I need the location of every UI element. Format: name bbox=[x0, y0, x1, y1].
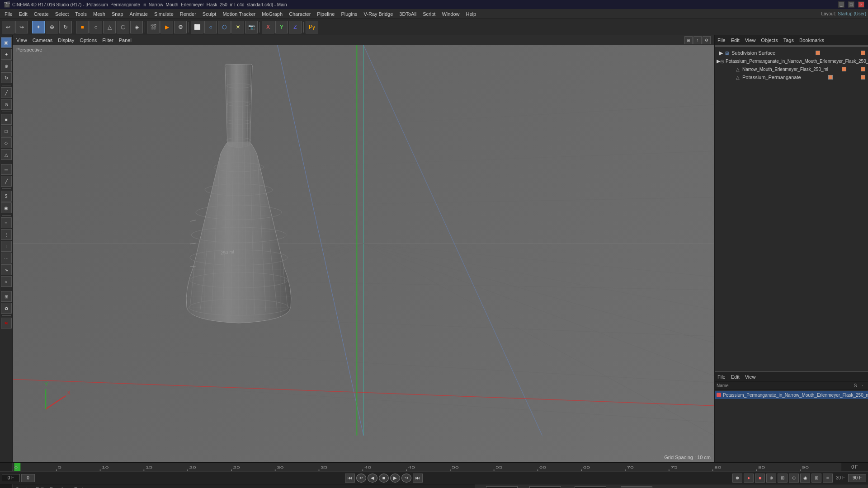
sidebar-tool-move[interactable]: ✦ bbox=[1, 49, 12, 60]
menu-animate[interactable]: Animate bbox=[127, 10, 151, 18]
render-settings-button[interactable]: ⚙ bbox=[174, 21, 187, 33]
viewport-menu-view[interactable]: View bbox=[16, 38, 27, 43]
menu-motion-tracker[interactable]: Motion Tracker bbox=[220, 10, 258, 18]
sidebar-tool-4[interactable]: □ bbox=[1, 126, 12, 136]
edge-mode-button[interactable]: ⬡ bbox=[117, 21, 129, 33]
model-mode-button[interactable]: ■ bbox=[76, 21, 89, 33]
omb-menu-edit[interactable]: Edit bbox=[731, 374, 740, 380]
sidebar-tool-3[interactable]: ■ bbox=[1, 114, 12, 125]
viewport-settings-btn[interactable]: ⚙ bbox=[703, 36, 711, 44]
timeline-icon5[interactable]: ⊞ bbox=[811, 474, 821, 483]
end-frame-input[interactable] bbox=[848, 474, 866, 482]
auto-key-btn[interactable]: ● bbox=[744, 474, 754, 483]
timeline-icon3[interactable]: ⊙ bbox=[789, 474, 799, 483]
move-tool-button[interactable]: ✦ bbox=[32, 21, 45, 33]
mat-menu-texture[interactable]: Texture bbox=[74, 487, 90, 488]
redo-button[interactable]: ↪ bbox=[15, 21, 28, 33]
play-btn[interactable]: ▶ bbox=[390, 474, 400, 483]
mat-menu-function[interactable]: Function bbox=[50, 487, 69, 488]
mat-menu-edit[interactable]: Edit bbox=[36, 487, 44, 488]
close-button[interactable]: × bbox=[858, 1, 864, 8]
menu-snap[interactable]: Snap bbox=[109, 10, 126, 18]
menu-3dtoall[interactable]: 3DToAll bbox=[396, 10, 419, 18]
sidebar-tool-17[interactable]: ⊞ bbox=[1, 291, 12, 302]
point-mode-button[interactable]: △ bbox=[103, 21, 116, 33]
new-sphere-button[interactable]: ○ bbox=[204, 21, 217, 33]
menu-window[interactable]: Window bbox=[439, 10, 462, 18]
next-frame-btn[interactable]: ↪ bbox=[401, 474, 411, 483]
menu-mesh[interactable]: Mesh bbox=[90, 10, 108, 18]
sidebar-tool-rotate[interactable]: ↻ bbox=[1, 72, 12, 83]
new-light-button[interactable]: ☀ bbox=[231, 21, 244, 33]
menu-render[interactable]: Render bbox=[177, 10, 199, 18]
menu-create[interactable]: Create bbox=[31, 10, 52, 18]
sidebar-tool-8[interactable]: ╱ bbox=[1, 176, 12, 187]
stop-btn[interactable]: ■ bbox=[379, 474, 389, 483]
sidebar-tool-11[interactable]: ≡ bbox=[1, 217, 12, 228]
polygon-mode-button[interactable]: ◈ bbox=[130, 21, 143, 33]
object-mode-button[interactable]: ○ bbox=[90, 21, 102, 33]
timeline-icon1[interactable]: ⊕ bbox=[766, 474, 776, 483]
viewport-maximize-btn[interactable]: ↑ bbox=[693, 36, 702, 44]
tree-arrow-potassium[interactable]: ▶ bbox=[717, 58, 720, 64]
timeline-icon6[interactable]: ≡ bbox=[823, 474, 833, 483]
omb-menu-view[interactable]: View bbox=[745, 374, 756, 380]
menu-select[interactable]: Select bbox=[52, 10, 72, 18]
sidebar-tool-5[interactable]: ◇ bbox=[1, 137, 12, 148]
menu-plugins[interactable]: Plugins bbox=[338, 10, 360, 18]
scale-tool-button[interactable]: ⊕ bbox=[46, 21, 58, 33]
play-reverse-btn[interactable]: ◀ bbox=[368, 474, 377, 483]
axis-y-button[interactable]: Y bbox=[275, 21, 288, 33]
min-frame-input[interactable] bbox=[21, 474, 35, 482]
render-button[interactable]: ▶ bbox=[160, 21, 173, 33]
menu-pipeline[interactable]: Pipeline bbox=[314, 10, 337, 18]
viewport-menu-display[interactable]: Display bbox=[58, 38, 74, 43]
om-menu-tags[interactable]: Tags bbox=[783, 38, 794, 43]
om-menu-bookmarks[interactable]: Bookmarks bbox=[799, 38, 824, 43]
menu-edit[interactable]: Edit bbox=[16, 10, 30, 18]
sidebar-tool-9[interactable]: $ bbox=[1, 191, 12, 202]
viewport-canvas[interactable]: X Y bbox=[13, 45, 714, 462]
viewport-menu-options[interactable]: Options bbox=[80, 38, 97, 43]
sidebar-tool-scale[interactable]: ⊕ bbox=[1, 61, 12, 71]
maximize-button[interactable]: □ bbox=[848, 1, 854, 8]
sidebar-tool-15[interactable]: ∿ bbox=[1, 264, 12, 275]
tree-item-potassium-group[interactable]: ▶ ◎ Potassium_Permanganate_in_Narrow_Mou… bbox=[715, 57, 868, 65]
viewport-menu-cameras[interactable]: Cameras bbox=[33, 38, 53, 43]
menu-script[interactable]: Script bbox=[420, 10, 438, 18]
render-view-button[interactable]: 🎬 bbox=[147, 21, 160, 33]
menu-help[interactable]: Help bbox=[463, 10, 479, 18]
sidebar-tool-18[interactable]: ✿ bbox=[1, 303, 12, 314]
prev-frame-btn[interactable]: ↩ bbox=[356, 474, 366, 483]
rotate-tool-button[interactable]: ↻ bbox=[59, 21, 72, 33]
new-cube-button[interactable]: ⬜ bbox=[191, 21, 203, 33]
viewport-layout-btn[interactable]: ⊞ bbox=[684, 36, 693, 44]
om-menu-objects[interactable]: Objects bbox=[761, 38, 778, 43]
size-x-input[interactable] bbox=[575, 486, 606, 488]
tree-arrow-subdivision[interactable]: ▶ bbox=[718, 50, 724, 56]
goto-start-btn[interactable]: ⏮ bbox=[345, 474, 355, 483]
menu-file[interactable]: File bbox=[2, 10, 15, 18]
viewport-menu-filter[interactable]: Filter bbox=[102, 38, 113, 43]
menu-vray[interactable]: V-Ray Bridge bbox=[361, 10, 396, 18]
h-input[interactable] bbox=[529, 486, 561, 488]
sidebar-tool-16[interactable]: ≈ bbox=[1, 276, 12, 287]
sidebar-tool-14[interactable]: ⋯ bbox=[1, 253, 12, 263]
sidebar-tool-10[interactable]: ◉ bbox=[1, 202, 12, 213]
tree-item-permanganate[interactable]: △ Potassium_Permanganate bbox=[715, 73, 868, 81]
menu-sculpt[interactable]: Sculpt bbox=[200, 10, 219, 18]
sidebar-tool-select[interactable]: ▣ bbox=[1, 37, 12, 48]
timeline-icon4[interactable]: ◉ bbox=[800, 474, 810, 483]
axis-z-button[interactable]: Z bbox=[289, 21, 302, 33]
sidebar-tool-1[interactable]: ╱ bbox=[1, 87, 12, 98]
undo-button[interactable]: ↩ bbox=[2, 21, 14, 33]
mat-menu-create[interactable]: Create bbox=[15, 487, 30, 488]
sidebar-tool-7[interactable]: ═ bbox=[1, 164, 12, 175]
record-btn[interactable]: ⏺ bbox=[732, 474, 742, 483]
sidebar-tool-6[interactable]: △ bbox=[1, 149, 12, 160]
current-frame-input[interactable] bbox=[2, 474, 20, 482]
python-button[interactable]: Py bbox=[306, 21, 318, 33]
new-camera-button[interactable]: 📷 bbox=[245, 21, 258, 33]
goto-end-btn[interactable]: ⏭ bbox=[413, 474, 423, 483]
minimize-button[interactable]: _ bbox=[838, 1, 844, 8]
